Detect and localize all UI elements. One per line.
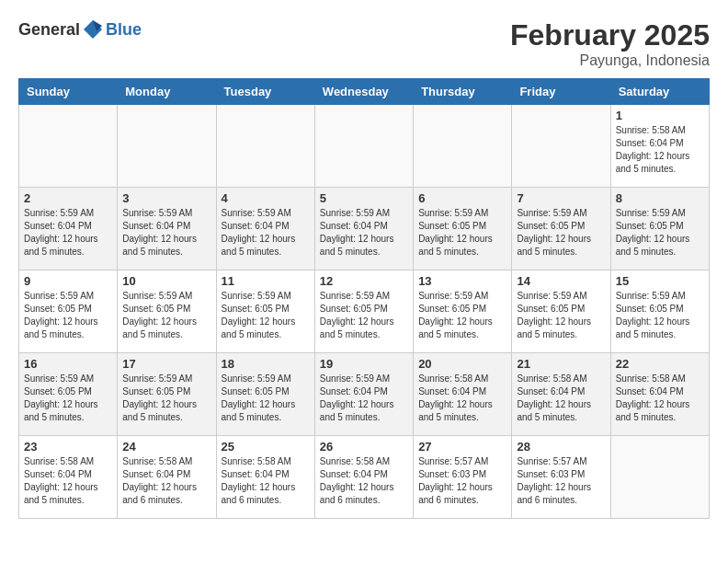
weekday-header: Friday xyxy=(512,79,610,105)
day-info: Sunrise: 5:58 AM Sunset: 6:04 PM Dayligh… xyxy=(616,124,704,176)
day-number: 24 xyxy=(122,440,210,454)
day-number: 19 xyxy=(320,357,408,371)
day-number: 21 xyxy=(517,357,605,371)
calendar-cell: 18Sunrise: 5:59 AM Sunset: 6:05 PM Dayli… xyxy=(216,353,314,436)
logo-blue: Blue xyxy=(106,20,142,40)
day-number: 12 xyxy=(320,274,408,288)
day-number: 16 xyxy=(24,357,112,371)
day-info: Sunrise: 5:59 AM Sunset: 6:05 PM Dayligh… xyxy=(616,207,704,259)
logo-general: General xyxy=(18,20,80,40)
page-header: General Blue February 2025 Payunga, Indo… xyxy=(18,18,710,69)
calendar-cell: 28Sunrise: 5:57 AM Sunset: 6:03 PM Dayli… xyxy=(512,436,610,519)
calendar-cell: 15Sunrise: 5:59 AM Sunset: 6:05 PM Dayli… xyxy=(610,270,709,353)
day-info: Sunrise: 5:59 AM Sunset: 6:04 PM Dayligh… xyxy=(320,373,408,424)
day-number: 22 xyxy=(616,357,704,371)
day-info: Sunrise: 5:59 AM Sunset: 6:05 PM Dayligh… xyxy=(418,207,506,259)
day-number: 6 xyxy=(418,191,506,205)
calendar-cell: 5Sunrise: 5:59 AM Sunset: 6:04 PM Daylig… xyxy=(314,188,413,270)
day-number: 28 xyxy=(517,440,605,454)
calendar-cell: 14Sunrise: 5:59 AM Sunset: 6:05 PM Dayli… xyxy=(512,270,610,353)
weekday-header: Monday xyxy=(118,79,216,105)
calendar-week-row: 23Sunrise: 5:58 AM Sunset: 6:04 PM Dayli… xyxy=(19,436,710,519)
day-number: 5 xyxy=(320,191,408,205)
calendar-cell xyxy=(19,105,118,188)
day-info: Sunrise: 5:59 AM Sunset: 6:04 PM Dayligh… xyxy=(320,207,408,259)
day-number: 15 xyxy=(616,274,704,288)
day-info: Sunrise: 5:59 AM Sunset: 6:05 PM Dayligh… xyxy=(24,373,112,424)
day-info: Sunrise: 5:57 AM Sunset: 6:03 PM Dayligh… xyxy=(418,455,506,507)
weekday-header: Tuesday xyxy=(216,79,314,105)
day-info: Sunrise: 5:58 AM Sunset: 6:04 PM Dayligh… xyxy=(24,455,112,507)
calendar-cell: 10Sunrise: 5:59 AM Sunset: 6:05 PM Dayli… xyxy=(118,270,216,353)
calendar-week-row: 2Sunrise: 5:59 AM Sunset: 6:04 PM Daylig… xyxy=(19,188,710,270)
day-info: Sunrise: 5:59 AM Sunset: 6:04 PM Dayligh… xyxy=(122,207,210,259)
calendar-cell: 12Sunrise: 5:59 AM Sunset: 6:05 PM Dayli… xyxy=(314,270,413,353)
day-number: 2 xyxy=(24,191,112,205)
day-number: 27 xyxy=(418,440,506,454)
calendar-cell xyxy=(118,105,216,188)
day-number: 11 xyxy=(222,274,310,288)
weekday-header: Thursday xyxy=(414,79,512,105)
calendar-header-row: SundayMondayTuesdayWednesdayThursdayFrid… xyxy=(19,79,710,105)
calendar-cell: 11Sunrise: 5:59 AM Sunset: 6:05 PM Dayli… xyxy=(216,270,314,353)
calendar-table: SundayMondayTuesdayWednesdayThursdayFrid… xyxy=(18,78,710,519)
day-number: 18 xyxy=(222,357,310,371)
day-info: Sunrise: 5:59 AM Sunset: 6:05 PM Dayligh… xyxy=(24,290,112,341)
calendar-cell: 8Sunrise: 5:59 AM Sunset: 6:05 PM Daylig… xyxy=(610,188,709,270)
day-number: 9 xyxy=(24,274,112,288)
calendar-cell: 26Sunrise: 5:58 AM Sunset: 6:04 PM Dayli… xyxy=(314,436,413,519)
calendar-week-row: 16Sunrise: 5:59 AM Sunset: 6:05 PM Dayli… xyxy=(19,353,710,436)
day-number: 1 xyxy=(616,109,704,122)
day-number: 10 xyxy=(122,274,210,288)
day-info: Sunrise: 5:59 AM Sunset: 6:05 PM Dayligh… xyxy=(616,290,704,341)
day-number: 17 xyxy=(122,357,210,371)
day-number: 23 xyxy=(24,440,112,454)
weekday-header: Wednesday xyxy=(314,79,413,105)
day-info: Sunrise: 5:59 AM Sunset: 6:05 PM Dayligh… xyxy=(517,290,605,341)
day-number: 8 xyxy=(616,191,704,205)
calendar-cell: 24Sunrise: 5:58 AM Sunset: 6:04 PM Dayli… xyxy=(118,436,216,519)
day-info: Sunrise: 5:59 AM Sunset: 6:05 PM Dayligh… xyxy=(122,290,210,341)
calendar-week-row: 1Sunrise: 5:58 AM Sunset: 6:04 PM Daylig… xyxy=(19,105,710,188)
day-info: Sunrise: 5:59 AM Sunset: 6:05 PM Dayligh… xyxy=(222,373,310,424)
calendar-cell: 25Sunrise: 5:58 AM Sunset: 6:04 PM Dayli… xyxy=(216,436,314,519)
calendar-cell: 6Sunrise: 5:59 AM Sunset: 6:05 PM Daylig… xyxy=(414,188,512,270)
calendar-cell xyxy=(512,105,610,188)
calendar-cell xyxy=(414,105,512,188)
day-number: 14 xyxy=(517,274,605,288)
day-info: Sunrise: 5:59 AM Sunset: 6:04 PM Dayligh… xyxy=(222,207,310,259)
weekday-header: Sunday xyxy=(19,79,118,105)
calendar-cell: 1Sunrise: 5:58 AM Sunset: 6:04 PM Daylig… xyxy=(610,105,709,188)
day-info: Sunrise: 5:59 AM Sunset: 6:05 PM Dayligh… xyxy=(122,373,210,424)
day-info: Sunrise: 5:58 AM Sunset: 6:04 PM Dayligh… xyxy=(222,455,310,507)
day-info: Sunrise: 5:59 AM Sunset: 6:05 PM Dayligh… xyxy=(222,290,310,341)
title-section: February 2025 Payunga, Indonesia xyxy=(510,18,710,69)
day-number: 20 xyxy=(418,357,506,371)
day-info: Sunrise: 5:59 AM Sunset: 6:04 PM Dayligh… xyxy=(24,207,112,259)
calendar-cell: 21Sunrise: 5:58 AM Sunset: 6:04 PM Dayli… xyxy=(512,353,610,436)
day-number: 4 xyxy=(222,191,310,205)
calendar-cell: 20Sunrise: 5:58 AM Sunset: 6:04 PM Dayli… xyxy=(414,353,512,436)
day-info: Sunrise: 5:58 AM Sunset: 6:04 PM Dayligh… xyxy=(616,373,704,424)
calendar-cell xyxy=(610,436,709,519)
calendar-cell: 22Sunrise: 5:58 AM Sunset: 6:04 PM Dayli… xyxy=(610,353,709,436)
day-number: 7 xyxy=(517,191,605,205)
calendar-cell: 19Sunrise: 5:59 AM Sunset: 6:04 PM Dayli… xyxy=(314,353,413,436)
calendar-cell: 4Sunrise: 5:59 AM Sunset: 6:04 PM Daylig… xyxy=(216,188,314,270)
logo-icon xyxy=(82,18,104,40)
calendar-cell xyxy=(314,105,413,188)
calendar-cell: 23Sunrise: 5:58 AM Sunset: 6:04 PM Dayli… xyxy=(19,436,118,519)
calendar-cell: 16Sunrise: 5:59 AM Sunset: 6:05 PM Dayli… xyxy=(19,353,118,436)
calendar-cell: 27Sunrise: 5:57 AM Sunset: 6:03 PM Dayli… xyxy=(414,436,512,519)
calendar-cell: 3Sunrise: 5:59 AM Sunset: 6:04 PM Daylig… xyxy=(118,188,216,270)
day-info: Sunrise: 5:58 AM Sunset: 6:04 PM Dayligh… xyxy=(320,455,408,507)
logo: General Blue xyxy=(18,18,142,40)
location: Payunga, Indonesia xyxy=(510,52,710,69)
day-number: 13 xyxy=(418,274,506,288)
day-info: Sunrise: 5:57 AM Sunset: 6:03 PM Dayligh… xyxy=(517,455,605,507)
calendar-cell: 2Sunrise: 5:59 AM Sunset: 6:04 PM Daylig… xyxy=(19,188,118,270)
day-info: Sunrise: 5:59 AM Sunset: 6:05 PM Dayligh… xyxy=(320,290,408,341)
weekday-header: Saturday xyxy=(610,79,709,105)
month-title: February 2025 xyxy=(510,18,710,52)
svg-marker-0 xyxy=(84,20,102,39)
